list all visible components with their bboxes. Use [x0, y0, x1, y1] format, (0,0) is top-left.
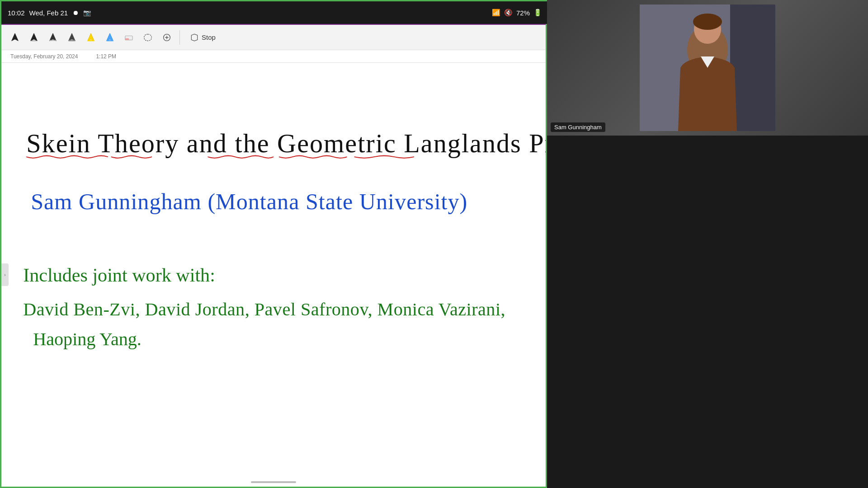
- svg-point-24: [693, 14, 722, 30]
- video-panel-bg: [547, 136, 868, 488]
- video-name-tag: Sam Gunningham: [551, 122, 605, 132]
- lasso-tool[interactable]: [140, 29, 156, 46]
- status-camera-icon: 📷: [83, 9, 91, 16]
- svg-text:Haoping Yang.: Haoping Yang.: [33, 329, 142, 349]
- note-time: 1:12 PM: [96, 53, 116, 60]
- pen-tool-black[interactable]: [7, 29, 23, 46]
- highlighter-blue[interactable]: [102, 29, 118, 46]
- status-time: 10:02: [8, 9, 25, 17]
- pen-tool-black-3[interactable]: [45, 29, 61, 46]
- date-bar: Tuesday, February 20, 2024 1:12 PM: [1, 50, 546, 63]
- status-battery: 72%: [516, 9, 530, 17]
- status-signal-icon: 📶: [492, 9, 500, 17]
- video-panel: Sam Gunningham: [547, 0, 868, 488]
- stop-icon: [190, 33, 199, 42]
- canvas-area[interactable]: Skein Theory and the Geometric Langlands…: [1, 63, 546, 487]
- video-background: [547, 0, 868, 136]
- svg-marker-7: [88, 33, 94, 41]
- handwriting-content: Skein Theory and the Geometric Langlands…: [1, 63, 546, 487]
- draw-toolbar: Stop: [1, 25, 546, 50]
- highlighter-yellow[interactable]: [83, 29, 99, 46]
- status-wifi-icon: 🔇: [504, 9, 513, 17]
- left-collapse-button[interactable]: ›: [1, 263, 9, 286]
- onenote-window: 10:02 Wed, Feb 21 ⏺ 📷 📶 🔇 72% 🔋 ☰ My tal…: [0, 0, 547, 488]
- note-date: Tuesday, February 20, 2024: [10, 53, 78, 60]
- toolbar-divider: [179, 30, 180, 45]
- ink-to-shape-tool[interactable]: [159, 29, 175, 46]
- svg-rect-12: [125, 38, 129, 40]
- svg-marker-3: [50, 33, 57, 41]
- video-feed: Sam Gunningham: [547, 0, 868, 136]
- svg-text:Skein Theory and the Geometric: Skein Theory and the Geometric Langlands…: [26, 129, 546, 158]
- svg-rect-8: [88, 40, 94, 41]
- svg-marker-0: [12, 33, 19, 41]
- status-record-icon: ⏺: [72, 9, 79, 16]
- person-silhouette: [640, 5, 775, 131]
- eraser-tool[interactable]: [121, 29, 137, 46]
- svg-marker-5: [69, 33, 75, 41]
- status-date: Wed, Feb 21: [29, 9, 68, 17]
- svg-marker-1: [31, 33, 38, 41]
- pen-tool-black-4[interactable]: [64, 29, 80, 46]
- svg-rect-6: [69, 40, 75, 41]
- svg-text:Sam Gunningham    (Montana Sta: Sam Gunningham (Montana State University…: [31, 189, 467, 214]
- svg-marker-9: [107, 33, 113, 41]
- svg-rect-10: [107, 40, 113, 41]
- svg-text:Includes joint work with:: Includes joint work with:: [23, 264, 215, 286]
- svg-rect-21: [730, 5, 775, 131]
- status-bar: 10:02 Wed, Feb 21 ⏺ 📷 📶 🔇 72% 🔋: [1, 1, 548, 24]
- pen-tool-black-2[interactable]: [26, 29, 42, 46]
- scroll-indicator: [251, 481, 296, 483]
- stop-button[interactable]: Stop: [184, 31, 221, 44]
- status-battery-icon: 🔋: [533, 9, 542, 17]
- svg-text:David Ben-Zvi, David Jordan, P: David Ben-Zvi, David Jordan, Pavel Safro…: [23, 299, 505, 319]
